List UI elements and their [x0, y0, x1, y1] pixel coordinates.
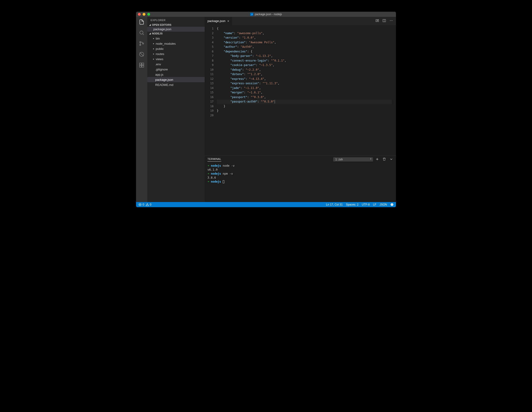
- language-mode[interactable]: JSON: [380, 203, 387, 206]
- minimap[interactable]: [392, 25, 396, 156]
- folder-item[interactable]: ▸bin: [147, 36, 205, 41]
- folder-item[interactable]: ▸node_modules: [147, 41, 205, 46]
- window-close-button[interactable]: [138, 13, 141, 16]
- svg-point-11: [378, 20, 378, 20]
- code-content[interactable]: { "name": "awesome-polls", "version": "1…: [217, 25, 392, 156]
- cursor-position[interactable]: Ln 17, Col 31: [326, 203, 342, 206]
- terminal-body[interactable]: ➜ nodejs node -vv6.1.0➜ nodejs npm -v3.8…: [205, 162, 396, 202]
- svg-rect-9: [376, 19, 377, 21]
- svg-point-14: [391, 20, 391, 21]
- statusbar: 0 0 Ln 17, Col 31 Spaces: 2 UTF-8 LF JSO…: [136, 202, 396, 207]
- chevron-down-icon: ◢: [149, 24, 151, 26]
- svg-rect-10: [378, 19, 379, 21]
- explorer-icon[interactable]: [138, 19, 145, 25]
- feedback-icon[interactable]: [390, 203, 394, 206]
- chevron-right-icon: ▸: [152, 58, 155, 60]
- folder-item[interactable]: ▸routes: [147, 51, 205, 56]
- more-icon[interactable]: [390, 19, 393, 23]
- extensions-icon[interactable]: [138, 62, 145, 68]
- sidebar-title: EXPLORER: [147, 17, 205, 23]
- vscode-icon: [250, 13, 253, 16]
- terminal-panel: TERMINAL 1: zsh ➜ nodejs node -vv6.1.0➜ …: [205, 156, 396, 202]
- terminal-selector[interactable]: 1: zsh: [333, 157, 373, 161]
- kill-terminal-icon[interactable]: [382, 157, 386, 161]
- svg-rect-5: [140, 63, 142, 65]
- file-item[interactable]: app.js: [147, 72, 205, 77]
- project-header[interactable]: ◢ NODEJS: [147, 32, 205, 35]
- svg-point-15: [392, 20, 393, 21]
- svg-point-13: [390, 20, 390, 21]
- titlebar: package.json - nodejs: [136, 12, 396, 17]
- svg-rect-8: [142, 63, 144, 65]
- app-window: package.json - nodejs EXPLORER: [136, 12, 396, 207]
- split-editor-icon[interactable]: [382, 19, 386, 23]
- search-icon[interactable]: [138, 29, 145, 36]
- file-item[interactable]: README.md: [147, 82, 205, 87]
- file-item[interactable]: package.json: [147, 77, 205, 82]
- debug-icon[interactable]: [138, 51, 145, 57]
- svg-point-17: [390, 203, 393, 206]
- svg-point-3: [142, 43, 144, 44]
- chevron-right-icon: ▸: [152, 47, 155, 50]
- chevron-right-icon: ▸: [152, 37, 155, 39]
- window-maximize-button[interactable]: [147, 13, 150, 16]
- new-terminal-icon[interactable]: [375, 157, 379, 161]
- folder-item[interactable]: ▸views: [147, 56, 205, 62]
- indentation[interactable]: Spaces: 2: [346, 203, 359, 206]
- activity-bar: [136, 17, 147, 202]
- errors-indicator[interactable]: 0: [138, 203, 144, 206]
- svg-rect-6: [140, 65, 142, 67]
- editor-area: package.json × 1234567891011121314151617…: [205, 17, 396, 202]
- editor-tab[interactable]: package.json ×: [205, 17, 232, 25]
- source-control-icon[interactable]: [138, 40, 145, 47]
- encoding[interactable]: UTF-8: [362, 203, 370, 206]
- svg-point-2: [140, 45, 141, 46]
- open-editor-item[interactable]: package.json: [147, 27, 205, 32]
- file-tree: ▸bin▸node_modules▸public▸routes▸views.en…: [147, 35, 205, 88]
- chevron-right-icon: ▸: [152, 53, 155, 55]
- svg-point-19: [392, 204, 393, 205]
- svg-point-0: [140, 31, 143, 34]
- file-item[interactable]: .gitignore: [147, 67, 205, 72]
- svg-rect-7: [142, 65, 144, 67]
- folder-item[interactable]: ▸public: [147, 46, 205, 51]
- show-diff-icon[interactable]: [375, 19, 379, 23]
- editor-body[interactable]: 1234567891011121314151617181920 { "name"…: [205, 25, 396, 156]
- svg-point-1: [140, 42, 141, 43]
- file-item[interactable]: .env: [147, 62, 205, 67]
- open-editors-header[interactable]: ◢ OPEN EDITORS: [147, 23, 205, 27]
- close-icon[interactable]: ×: [227, 19, 229, 23]
- line-gutter: 1234567891011121314151617181920: [205, 25, 217, 156]
- tabs-row: package.json ×: [205, 17, 396, 25]
- window-title: package.json - nodejs: [255, 13, 282, 16]
- chevron-down-icon: ◢: [149, 32, 151, 35]
- eol[interactable]: LF: [373, 203, 376, 206]
- collapse-panel-icon[interactable]: [390, 157, 393, 161]
- svg-point-18: [391, 204, 392, 205]
- terminal-tab[interactable]: TERMINAL: [208, 158, 221, 161]
- chevron-right-icon: ▸: [152, 42, 155, 45]
- warnings-indicator[interactable]: 0: [146, 203, 152, 206]
- window-minimize-button[interactable]: [142, 13, 145, 16]
- explorer-sidebar: EXPLORER ◢ OPEN EDITORS package.json ◢ N…: [147, 17, 205, 202]
